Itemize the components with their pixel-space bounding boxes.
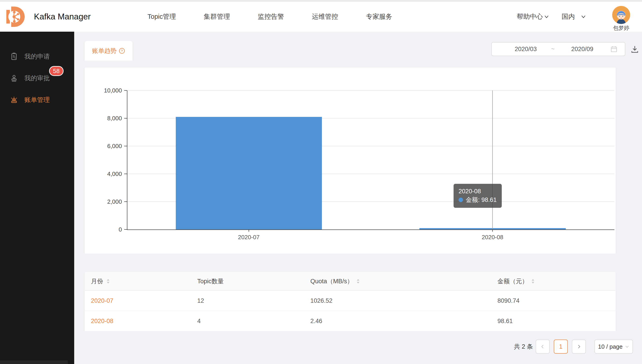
y-axis-label: 0 [90, 226, 122, 233]
quota-cell: 1026.52 [310, 291, 333, 311]
help-center-label: 帮助中心 [517, 12, 543, 21]
y-axis-tick [124, 90, 127, 91]
clipboard-icon [10, 52, 18, 60]
x-axis-label: 2020-07 [226, 234, 271, 241]
x-axis-tick [492, 230, 493, 232]
stamp-icon [10, 74, 18, 82]
y-axis-label: 8,000 [90, 115, 122, 122]
user-name: 包梦婷 [612, 24, 630, 32]
tooltip-series-dot [458, 198, 463, 202]
sidebar-item-label: 账单管理 [25, 96, 50, 104]
billing-chart: 02,0004,0006,0008,00010,0002020-072020-0… [85, 68, 615, 254]
y-axis-tick [124, 118, 127, 118]
sidebar-item-billing-management[interactable]: 账单管理 [0, 89, 74, 111]
date-end-value[interactable]: 2020/09 [562, 42, 603, 56]
svg-text:?: ? [121, 49, 123, 53]
sidebar-collapse-bar[interactable] [0, 360, 68, 364]
date-separator: ~ [549, 42, 556, 56]
x-axis-label: 2020-08 [470, 234, 515, 241]
y-axis-tick [124, 229, 127, 230]
calendar-icon [610, 46, 617, 53]
x-axis-tick [249, 230, 249, 232]
column-label: 月份 [91, 277, 103, 285]
sidebar-item-my-applications[interactable]: 我的申请 [0, 46, 74, 67]
bar-2020-07[interactable] [176, 117, 322, 230]
region-selector[interactable]: 国内 [562, 2, 586, 32]
month-link[interactable]: 2020-07 [91, 291, 113, 311]
page-size-value: 10 / page [598, 343, 622, 350]
main-nav: Topic管理 集群管理 监控告警 运维管控 专家服务 [148, 2, 392, 32]
chart-tooltip: 2020-08 金额: 98.61 [454, 184, 502, 208]
nav-expert-service[interactable]: 专家服务 [366, 12, 392, 21]
chart-crosshair-line [492, 90, 493, 230]
pagination-page-1[interactable]: 1 [554, 340, 568, 354]
nav-monitor-alert[interactable]: 监控告警 [258, 12, 284, 21]
pagination-prev-button[interactable] [536, 340, 550, 354]
quota-cell: 2.46 [310, 311, 322, 331]
sidebar-item-label: 我的申请 [25, 52, 50, 61]
nav-ops-control[interactable]: 运维管控 [312, 12, 338, 21]
sidebar-item-label: 我的审批 [25, 74, 50, 82]
help-circle-icon[interactable]: ? [119, 48, 125, 54]
column-header-month[interactable]: 月份 [91, 272, 110, 290]
y-axis-label: 4,000 [90, 170, 122, 178]
table-header-row: 月份 Topic数量 Quota（MB/s） 金额（元） [85, 272, 615, 291]
column-header-topic-count[interactable]: Topic数量 [197, 272, 224, 290]
y-axis-line [127, 90, 127, 230]
nav-topic-management[interactable]: Topic管理 [148, 12, 176, 21]
window-top-strip [0, 0, 642, 2]
chevron-right-icon [577, 344, 581, 350]
billing-table: 月份 Topic数量 Quota（MB/s） 金额（元） [85, 272, 615, 332]
page-size-select[interactable]: 10 / page [594, 340, 633, 354]
chevron-down-icon [581, 14, 586, 20]
app-title: Kafka Manager [34, 2, 91, 32]
brand-logo-icon [6, 6, 25, 27]
chevron-left-icon [540, 344, 545, 350]
y-axis-tick [124, 174, 127, 174]
pagination-total: 共 2 条 [514, 340, 533, 354]
y-axis-tick [124, 202, 127, 202]
y-axis-tick [124, 146, 127, 146]
topic-count-cell: 12 [197, 291, 204, 311]
tooltip-value-label: 金额: 98.61 [466, 196, 497, 204]
region-label: 国内 [562, 12, 575, 21]
sidebar: 我的申请 我的审批 58 账单管理 [0, 32, 74, 364]
sort-carets-icon[interactable] [531, 278, 535, 284]
y-axis-label: 10,000 [90, 87, 122, 94]
download-icon[interactable] [630, 45, 639, 54]
column-label: Topic数量 [197, 277, 224, 285]
tab-billing-trend[interactable]: 账单趋势 ? [85, 41, 132, 60]
column-header-quota[interactable]: Quota（MB/s） [310, 272, 360, 290]
x-axis-line [127, 230, 614, 230]
table-row: 2020-08 4 2.46 98.61 [85, 311, 615, 332]
siren-icon [10, 96, 18, 104]
tab-billing-trend-label: 账单趋势 [92, 47, 117, 55]
approval-count-badge: 58 [49, 66, 64, 76]
amount-cell: 98.61 [497, 311, 513, 331]
tooltip-title: 2020-08 [458, 187, 497, 196]
user-menu[interactable]: 包梦婷 [612, 6, 630, 32]
sort-carets-icon[interactable] [106, 278, 110, 284]
amount-cell: 8090.74 [497, 291, 520, 311]
chevron-down-icon [625, 344, 629, 349]
nav-cluster-management[interactable]: 集群管理 [204, 12, 230, 21]
date-range-picker[interactable]: 2020/03 ~ 2020/09 [491, 42, 625, 56]
app-root: Kafka Manager Topic管理 集群管理 监控告警 运维管控 专家服… [0, 0, 642, 364]
pagination-next-button[interactable] [572, 340, 586, 354]
sort-carets-icon[interactable] [356, 278, 360, 284]
topic-count-cell: 4 [197, 311, 201, 331]
chevron-down-icon [544, 14, 549, 20]
y-axis-label: 6,000 [90, 142, 122, 150]
help-center-menu[interactable]: 帮助中心 [517, 2, 549, 32]
date-start-value[interactable]: 2020/03 [505, 42, 546, 56]
column-label: 金额（元） [497, 277, 528, 285]
avatar [612, 6, 630, 24]
top-header: Kafka Manager Topic管理 集群管理 监控告警 运维管控 专家服… [0, 2, 642, 32]
y-axis-label: 2,000 [90, 198, 122, 205]
month-link[interactable]: 2020-08 [91, 311, 113, 331]
column-header-amount[interactable]: 金额（元） [497, 272, 535, 290]
table-row: 2020-07 12 1026.52 8090.74 [85, 291, 615, 311]
y-gridline [127, 90, 614, 91]
column-label: Quota（MB/s） [310, 277, 353, 285]
